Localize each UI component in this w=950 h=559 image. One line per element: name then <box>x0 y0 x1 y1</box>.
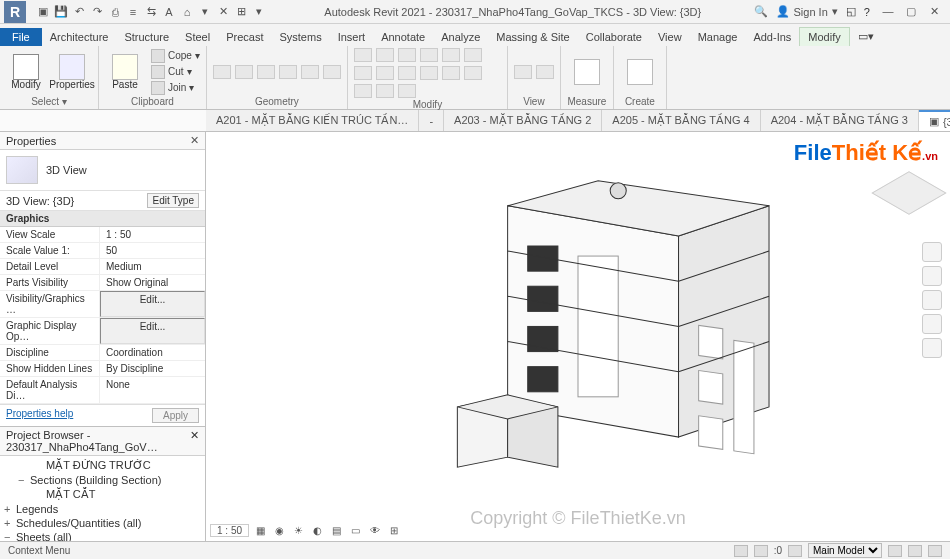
close-button[interactable]: ✕ <box>924 5 944 18</box>
property-row[interactable]: Show Hidden LinesBy Discipline <box>0 361 205 377</box>
geom-tool-1[interactable] <box>213 65 231 79</box>
tab-architecture[interactable]: Architecture <box>42 28 117 46</box>
doc-tab-active[interactable]: ▣{3D}✕ <box>919 110 950 131</box>
modify-tool[interactable]: Modify <box>6 54 46 90</box>
qat-section-icon[interactable]: ▾ <box>198 5 212 19</box>
geom-tool-2[interactable] <box>235 65 253 79</box>
qat-redo-icon[interactable]: ↷ <box>90 5 104 19</box>
mod-corner-icon[interactable] <box>376 84 394 98</box>
vb-reveal-icon[interactable]: ⊞ <box>387 525 401 536</box>
property-row[interactable]: Detail LevelMedium <box>0 259 205 275</box>
geom-tool-4[interactable] <box>279 65 297 79</box>
edit-type-button[interactable]: Edit Type <box>147 193 199 208</box>
qat-switch-icon[interactable]: ▾ <box>252 5 266 19</box>
tab-massing[interactable]: Massing & Site <box>488 28 577 46</box>
qat-settings-icon[interactable]: A <box>162 5 176 19</box>
tree-node[interactable]: MẶT CẮT <box>0 487 205 502</box>
project-browser-close-icon[interactable]: ✕ <box>190 429 199 453</box>
tab-addins[interactable]: Add-Ins <box>745 28 799 46</box>
geom-tool-3[interactable] <box>257 65 275 79</box>
tab-spacer[interactable]: ▭▾ <box>850 27 882 46</box>
mod-scale-icon[interactable] <box>398 66 416 80</box>
properties-close-icon[interactable]: ✕ <box>190 134 199 147</box>
mod-unpin-icon[interactable] <box>398 84 416 98</box>
properties-help-link[interactable]: Properties help <box>6 408 73 423</box>
tab-annotate[interactable]: Annotate <box>373 28 433 46</box>
properties-tool[interactable]: Properties <box>52 54 92 90</box>
tab-precast[interactable]: Precast <box>218 28 271 46</box>
geom-tool-5[interactable] <box>301 65 319 79</box>
create-tool[interactable] <box>620 59 660 85</box>
property-edit-button[interactable]: Edit... <box>100 291 205 317</box>
tab-steel[interactable]: Steel <box>177 28 218 46</box>
vb-detail-icon[interactable]: ▦ <box>253 525 268 536</box>
tab-file[interactable]: File <box>0 28 42 46</box>
apply-button[interactable]: Apply <box>152 408 199 423</box>
property-edit-button[interactable]: Edit... <box>100 318 205 344</box>
doc-tab[interactable]: A203 - MẶT BẰNG TẦNG 2 <box>444 110 602 131</box>
app-switcher-icon[interactable]: ◱ <box>846 5 856 18</box>
sb-icon-1[interactable] <box>734 545 748 557</box>
qat-undo-icon[interactable]: ↶ <box>72 5 86 19</box>
qat-sync-icon[interactable]: ⇆ <box>144 5 158 19</box>
sb-filter-icon[interactable] <box>928 545 942 557</box>
qat-close-icon[interactable]: ✕ <box>216 5 230 19</box>
minimize-button[interactable]: — <box>878 5 898 17</box>
property-row[interactable]: DisciplineCoordination <box>0 345 205 361</box>
mod-move-icon[interactable] <box>354 48 372 62</box>
tree-node[interactable]: +Schedules/Quantities (all) <box>0 516 205 530</box>
sb-icon-4[interactable] <box>888 545 902 557</box>
expand-icon[interactable]: + <box>4 517 16 529</box>
property-value[interactable]: 1 : 50 <box>100 227 205 242</box>
join-tool[interactable]: Join ▾ <box>151 81 200 95</box>
property-value[interactable]: Show Original <box>100 275 205 290</box>
help-icon[interactable]: ? <box>864 6 870 18</box>
qat-print-icon[interactable]: ⎙ <box>108 5 122 19</box>
property-row[interactable]: Default Analysis Di…None <box>0 377 205 404</box>
project-browser-tree[interactable]: MẶT ĐỨNG TRƯỚC−Sections (Building Sectio… <box>0 456 205 541</box>
tab-insert[interactable]: Insert <box>330 28 374 46</box>
sb-icon-2[interactable] <box>754 545 768 557</box>
mod-delete-icon[interactable] <box>464 66 482 80</box>
expand-icon[interactable]: + <box>4 503 16 515</box>
view-scale[interactable]: 1 : 50 <box>210 524 249 537</box>
tab-manage[interactable]: Manage <box>690 28 746 46</box>
doc-tab[interactable]: A204 - MẶT BẰNG TẦNG 3 <box>761 110 919 131</box>
mod-pin-icon[interactable] <box>420 66 438 80</box>
mod-trim-icon[interactable] <box>420 48 438 62</box>
mod-split-icon[interactable] <box>442 48 460 62</box>
signin-button[interactable]: 👤 Sign In ▾ <box>776 5 838 18</box>
maximize-button[interactable]: ▢ <box>901 5 921 18</box>
tab-collaborate[interactable]: Collaborate <box>578 28 650 46</box>
view-tool-2[interactable] <box>536 65 554 79</box>
cut-tool[interactable]: Cut ▾ <box>151 65 200 79</box>
tree-node[interactable]: −Sheets (all) <box>0 530 205 541</box>
search-icon[interactable]: 🔍 <box>754 5 768 18</box>
vb-visual-icon[interactable]: ◉ <box>272 525 287 536</box>
tab-structure[interactable]: Structure <box>116 28 177 46</box>
mod-extend-icon[interactable] <box>354 84 372 98</box>
tab-analyze[interactable]: Analyze <box>433 28 488 46</box>
mod-mirror-icon[interactable] <box>464 48 482 62</box>
expand-icon[interactable]: − <box>4 531 16 541</box>
tab-systems[interactable]: Systems <box>271 28 329 46</box>
paste-tool[interactable]: Paste <box>105 54 145 90</box>
vb-render-icon[interactable]: ▤ <box>329 525 344 536</box>
tab-view[interactable]: View <box>650 28 690 46</box>
qat-open-icon[interactable]: ▣ <box>36 5 50 19</box>
qat-measure-icon[interactable]: ≡ <box>126 5 140 19</box>
vb-crop-icon[interactable]: ▭ <box>348 525 363 536</box>
workset-select[interactable]: Main Model <box>808 543 882 558</box>
3d-viewport[interactable] <box>206 132 950 541</box>
canvas-area[interactable]: FileThiết Kế.vn <box>206 132 950 541</box>
vb-shadow-icon[interactable]: ◐ <box>310 525 325 536</box>
property-value[interactable]: By Discipline <box>100 361 205 376</box>
property-value[interactable]: None <box>100 377 205 403</box>
mod-array-icon[interactable] <box>376 66 394 80</box>
property-row[interactable]: Visibility/Graphics …Edit... <box>0 291 205 318</box>
doc-tab[interactable]: A205 - MẶT BẰNG TẦNG 4 <box>602 110 760 131</box>
vb-hide-icon[interactable]: 👁 <box>367 525 383 536</box>
doc-tab[interactable]: A201 - MẶT BẰNG KIẾN TRÚC TẦN… <box>206 110 419 131</box>
mod-rotate-icon[interactable] <box>398 48 416 62</box>
view-tool-1[interactable] <box>514 65 532 79</box>
